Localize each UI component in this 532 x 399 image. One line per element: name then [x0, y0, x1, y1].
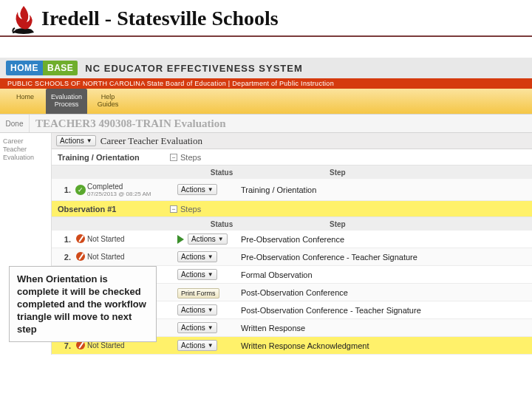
actions-label: Actions: [181, 185, 205, 194]
chevron-down-icon: ▼: [208, 342, 214, 349]
nav-tabs: Home Evaluation Process Help Guides: [0, 89, 532, 114]
status-text: Not Started: [87, 235, 177, 243]
section-title-eval: Career Teacher Evaluation: [100, 135, 202, 147]
evaluation-bar: Done TEACHER3 490308-TRAIN Evaluation: [0, 114, 532, 133]
homebase-logo-base: BASE: [43, 61, 78, 75]
actions-button[interactable]: Actions ▼: [56, 135, 96, 146]
subheader-training: Training / Orientation − Steps: [52, 149, 532, 166]
district-title: Iredell - Statesville Schools: [41, 7, 279, 30]
workflow-triangle-icon: [177, 235, 184, 244]
section-header-eval: Actions ▼ Career Teacher Evaluation: [52, 133, 532, 149]
columns-header-training: Status Step: [52, 166, 532, 179]
tab-eval-l1: Evaluation: [46, 93, 87, 100]
step-row-obs-2: 2. Not Started Actions▼ Pre-Observation …: [52, 248, 532, 266]
col-step: Step: [325, 168, 532, 177]
chevron-down-icon: ▼: [208, 271, 214, 278]
col-status: Status: [177, 168, 266, 177]
check-icon: ✓: [75, 185, 86, 195]
status-timestamp: 07/25/2013 @ 08:25 AM: [87, 191, 177, 197]
status-icon-completed: ✓: [74, 185, 87, 195]
print-forms-button[interactable]: Print Forms: [177, 288, 219, 299]
row-number: 1.: [58, 185, 74, 194]
tab-evaluation-process[interactable]: Evaluation Process: [46, 89, 87, 114]
row-actions-button[interactable]: Actions▼: [177, 251, 217, 262]
row-number: 1.: [58, 235, 74, 244]
chevron-down-icon: ▼: [208, 307, 214, 313]
flame-icon: [10, 3, 37, 34]
collapse-icon: −: [170, 154, 177, 161]
step-row-obs-1: 1. Not Started Actions▼ Pre-Observation …: [52, 231, 532, 248]
columns-header-obs: Status Step: [52, 217, 532, 231]
row-actions-button[interactable]: Actions▼: [177, 304, 217, 316]
done-tab[interactable]: Done: [0, 115, 30, 132]
step-name: Training / Orientation: [236, 185, 532, 194]
homebase-strip: HOME BASE NC EDUCATOR EFFECTIVENESS SYST…: [0, 58, 532, 78]
status-completed: Completed: [87, 183, 123, 191]
nc-sub-strip: PUBLIC SCHOOLS OF NORTH CAROLINA State B…: [0, 78, 532, 89]
tab-help-guides[interactable]: Help Guides: [87, 89, 129, 114]
row-actions-button[interactable]: Actions▼: [188, 233, 228, 245]
subheader-observation-1: Observation #1 − Steps: [52, 201, 532, 217]
evaluation-title: TEACHER3 490308-TRAIN Evaluation: [35, 117, 226, 130]
training-label: Training / Orientation: [52, 153, 170, 162]
steps-toggle-obs1[interactable]: − Steps: [170, 205, 201, 214]
annotation-callout: When Orientation is complete it will be …: [9, 266, 157, 342]
collapse-icon: −: [170, 205, 177, 213]
steps-label: Steps: [180, 205, 201, 214]
step-row-training-1: 1. ✓ Completed 07/25/2013 @ 08:25 AM Act…: [52, 179, 532, 201]
side-nav-item[interactable]: Career Teacher Evaluation: [3, 137, 48, 162]
status-text: Completed 07/25/2013 @ 08:25 AM: [87, 183, 177, 197]
chevron-down-icon: ▼: [86, 137, 92, 144]
row-actions-button[interactable]: Actions▼: [177, 340, 217, 351]
chevron-down-icon: ▼: [208, 324, 214, 331]
steps-toggle-training[interactable]: − Steps: [170, 153, 201, 162]
tab-home-label: Home: [4, 93, 46, 100]
chevron-down-icon: ▼: [208, 253, 214, 260]
row-actions-button[interactable]: Actions▼: [177, 269, 217, 280]
actions-label: Actions: [60, 137, 84, 145]
homebase-logo: HOME BASE: [6, 61, 78, 75]
step-name: Pre-Observation Conference: [236, 235, 532, 244]
homebase-logo-home: HOME: [6, 61, 43, 75]
col-step: Step: [325, 220, 532, 228]
not-started-icon: [76, 234, 85, 243]
chevron-down-icon: ▼: [218, 236, 224, 242]
row-actions-button[interactable]: Actions▼: [177, 322, 217, 333]
observation-1-label: Observation #1: [52, 205, 170, 214]
row-actions-button[interactable]: Actions ▼: [177, 184, 217, 195]
system-name: NC EDUCATOR EFFECTIVENESS SYSTEM: [85, 63, 302, 74]
tab-eval-l2: Process: [46, 100, 87, 108]
col-status: Status: [177, 220, 266, 228]
district-header: Iredell - Statesville Schools: [0, 0, 532, 37]
tab-home[interactable]: Home: [4, 89, 46, 114]
tab-help-l2: Guides: [87, 100, 129, 108]
chevron-down-icon: ▼: [208, 186, 214, 193]
steps-label: Steps: [180, 153, 201, 162]
tab-help-l1: Help: [87, 93, 129, 100]
not-started-icon: [76, 252, 85, 261]
